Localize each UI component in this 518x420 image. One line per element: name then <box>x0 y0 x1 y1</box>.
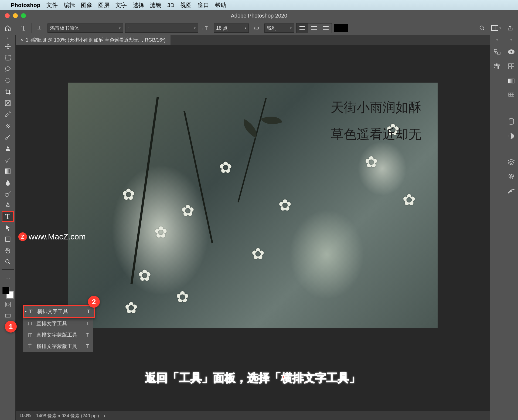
close-tab-icon[interactable]: × <box>21 38 23 42</box>
quick-select-tool[interactable] <box>2 75 14 86</box>
properties-panel-icon[interactable] <box>492 62 502 71</box>
healing-tool[interactable] <box>2 120 14 131</box>
font-size-select[interactable]: 18 点 ▾ <box>214 23 249 33</box>
flyout-item-horizontal-type[interactable]: T 横排文字工具 T <box>24 306 94 317</box>
menu-image[interactable]: 图像 <box>81 1 92 9</box>
share-button[interactable] <box>505 22 516 34</box>
home-button[interactable] <box>2 22 13 34</box>
quick-mask-button[interactable] <box>2 299 14 310</box>
type-tool-icon: T <box>18 22 29 34</box>
chevron-right-icon[interactable]: ▸ <box>104 414 106 418</box>
search-icon[interactable] <box>476 22 488 34</box>
antialias-select[interactable]: 锐利 ▾ <box>264 23 294 33</box>
libraries-panel-icon[interactable] <box>506 117 516 126</box>
gradients-panel-icon[interactable] <box>506 76 516 86</box>
svg-rect-58 <box>510 191 512 192</box>
blur-tool[interactable] <box>2 177 14 188</box>
swatches-panel-icon[interactable] <box>506 62 516 71</box>
menu-filter[interactable]: 滤镜 <box>150 1 161 9</box>
main-area: » <box>0 35 518 420</box>
menu-type[interactable]: 文字 <box>115 1 127 9</box>
color-panel-icon[interactable] <box>506 47 516 57</box>
svg-text:丄: 丄 <box>38 26 41 30</box>
expand-chevron-icon[interactable]: « <box>510 38 512 42</box>
align-left-button[interactable] <box>297 23 308 33</box>
svg-point-18 <box>6 78 10 83</box>
brush-tool[interactable] <box>2 132 14 143</box>
menu-window[interactable]: 窗口 <box>198 1 209 9</box>
menu-file[interactable]: 文件 <box>46 1 58 9</box>
annotation-badge-2: 2 <box>88 296 100 308</box>
marquee-tool[interactable] <box>2 52 14 63</box>
path-select-tool[interactable] <box>2 222 14 233</box>
document-tab[interactable]: × 1.-编辑.tif @ 100% (天街小雨润如酥 草色遥看近却无 ，RGB… <box>16 35 171 45</box>
canvas-text-line1[interactable]: 天街小雨润如酥 <box>331 99 421 116</box>
type-tool[interactable]: T <box>2 211 14 222</box>
patterns-panel-icon[interactable] <box>506 91 516 100</box>
macos-menubar: Photoshop 文件 编辑 图像 图层 文字 选择 滤镜 3D 视图 窗口 … <box>0 0 518 10</box>
eyedropper-tool[interactable] <box>2 109 14 120</box>
zoom-window-button[interactable] <box>21 13 26 18</box>
gradient-tool[interactable] <box>2 166 14 177</box>
minimize-window-button[interactable] <box>13 13 18 18</box>
adjustments-panel-icon[interactable] <box>506 131 516 141</box>
font-style-select[interactable]: - ▾ <box>125 23 198 33</box>
decorative-leaf <box>261 112 282 129</box>
align-center-button[interactable] <box>308 23 320 33</box>
canvas-area[interactable]: 天街小雨润如酥 草色遥看近却无 返回「工具」面板，选择「横排文字工具」 <box>16 45 490 411</box>
font-size-icon: TT <box>200 22 212 34</box>
flyout-item-vertical-mask-type[interactable]: ⁞T 直排文字蒙版工具 T <box>23 329 93 341</box>
panel-column-1: « <box>490 35 504 420</box>
align-right-button[interactable] <box>320 23 332 33</box>
text-color-swatch[interactable] <box>334 24 348 32</box>
decorative-flower <box>278 196 295 212</box>
menu-help[interactable]: 帮助 <box>215 1 226 9</box>
lasso-tool[interactable] <box>2 64 14 74</box>
menu-layer[interactable]: 图层 <box>98 1 110 9</box>
edit-toolbar-button[interactable]: ⋯ <box>2 273 14 284</box>
workspace-select[interactable]: ▾ <box>490 22 502 34</box>
expand-chevron-icon[interactable]: « <box>496 38 498 42</box>
type-tool-flyout-rest: ↓T 直排文字工具 T ⁞T 直排文字蒙版工具 T T̈ 横排文字蒙版工具 T <box>23 318 93 352</box>
foreground-color[interactable] <box>2 287 9 294</box>
vertical-mask-type-icon: ⁞T <box>27 332 33 338</box>
flyout-item-vertical-type[interactable]: ↓T 直排文字工具 T <box>23 318 93 329</box>
svg-point-51 <box>509 118 513 120</box>
flyout-item-horizontal-mask-type[interactable]: T̈ 横排文字蒙版工具 T <box>23 341 93 352</box>
font-family-select[interactable]: 鸿雷板书简体 ▾ <box>47 23 123 33</box>
zoom-tool[interactable] <box>2 256 14 267</box>
expand-chevron-icon[interactable]: » <box>7 36 9 40</box>
svg-rect-48 <box>509 95 510 96</box>
layers-panel-icon[interactable] <box>506 157 516 167</box>
paths-panel-icon[interactable] <box>506 186 516 196</box>
flyout-shortcut: T <box>87 309 90 314</box>
move-tool[interactable] <box>2 41 14 52</box>
app-name[interactable]: Photoshop <box>11 2 40 8</box>
svg-rect-49 <box>510 95 512 96</box>
svg-rect-30 <box>5 314 10 317</box>
svg-rect-25 <box>5 237 10 242</box>
menu-edit[interactable]: 编辑 <box>64 1 75 9</box>
menu-select[interactable]: 选择 <box>133 1 144 9</box>
clone-stamp-tool[interactable] <box>2 143 14 154</box>
history-panel-icon[interactable] <box>492 47 502 57</box>
menu-view[interactable]: 视图 <box>180 1 192 9</box>
close-window-button[interactable] <box>5 13 10 18</box>
dodge-tool[interactable] <box>2 188 14 199</box>
frame-tool[interactable] <box>2 98 14 109</box>
history-brush-tool[interactable] <box>2 154 14 165</box>
pen-tool[interactable] <box>2 200 14 211</box>
color-picker[interactable] <box>2 287 14 299</box>
zoom-level[interactable]: 100% <box>19 413 31 418</box>
channels-panel-icon[interactable] <box>506 172 516 181</box>
hand-tool[interactable] <box>2 245 14 256</box>
canvas[interactable]: 天街小雨润如酥 草色遥看近却无 <box>68 83 438 328</box>
font-family-value: 鸿雷板书简体 <box>50 25 79 31</box>
screen-mode-button[interactable] <box>2 310 14 321</box>
rectangle-tool[interactable] <box>2 234 14 245</box>
canvas-text-line2[interactable]: 草色遥看近却无 <box>331 126 421 143</box>
crop-tool[interactable] <box>2 86 14 97</box>
menu-3d[interactable]: 3D <box>167 2 175 8</box>
text-orientation-button[interactable]: 丄 <box>34 22 45 34</box>
decorative-branch <box>237 98 267 202</box>
